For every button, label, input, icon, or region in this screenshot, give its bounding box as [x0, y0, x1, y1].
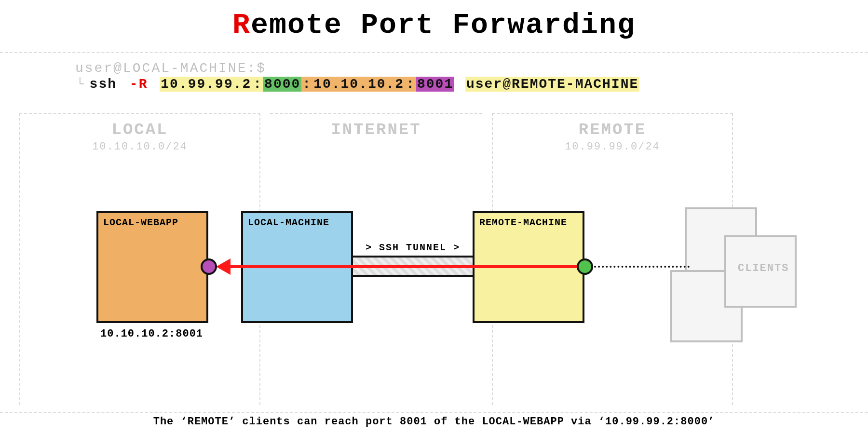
ssh-tunnel-label: > SSH TUNNEL > [353, 242, 473, 253]
cmd-bind-addr: 10.99.99.2 [160, 77, 252, 92]
port-8001-icon [201, 258, 217, 275]
local-webapp-address: 10.10.10.2:8001 [100, 328, 203, 340]
cmd-target: user@REMOTE-MACHINE [465, 77, 639, 92]
box-local-machine-label: LOCAL-MACHINE [248, 217, 329, 228]
prompt-caret-icon: └ [75, 77, 86, 92]
clients-label: CLIENTS [738, 262, 789, 274]
title-first-letter: R [232, 9, 251, 41]
cmd-sep3: : [405, 77, 416, 92]
flow-arrow-head-icon [216, 258, 231, 275]
shell-prompt: user@LOCAL-MACHINE:$ [75, 61, 639, 76]
command-block: user@LOCAL-MACHINE:$ └ ssh -R 10.99.99.2… [75, 61, 639, 92]
clients-cluster: CLIENTS [665, 207, 829, 333]
title-rest: emote Port Forwarding [251, 9, 636, 41]
cmd-bind-port: 8000 [263, 77, 301, 92]
flow-arrow-line [222, 265, 581, 268]
divider-bottom [0, 412, 868, 413]
cmd-sep1: : [252, 77, 263, 92]
box-local-webapp-label: LOCAL-WEBAPP [103, 217, 178, 228]
port-8000-icon [577, 258, 593, 275]
zone-local-title: LOCAL [20, 121, 259, 139]
divider-top [0, 52, 868, 53]
cmd-host-port: 8001 [416, 77, 454, 92]
box-local-webapp: LOCAL-WEBAPP [96, 211, 208, 323]
zone-internet-title: INTERNET [270, 121, 482, 139]
shell-command: └ ssh -R 10.99.99.2:8000:10.10.10.2:8001… [75, 77, 639, 92]
cmd-ssh: ssh [89, 77, 118, 92]
zone-remote-title: REMOTE [493, 121, 732, 139]
zone-local-cidr: 10.10.10.0/24 [20, 141, 259, 153]
cmd-flag: -R [129, 77, 149, 92]
caption: The ‘REMOTE’ clients can reach port 8001… [0, 416, 868, 428]
cmd-sep2: : [301, 77, 312, 92]
zone-remote-cidr: 10.99.99.0/24 [493, 141, 732, 153]
clients-connection-line [594, 266, 690, 268]
cmd-host-addr: 10.10.10.2 [312, 77, 405, 92]
box-remote-machine-label: REMOTE-MACHINE [479, 217, 567, 228]
page-title: Remote Port Forwarding [0, 0, 868, 41]
